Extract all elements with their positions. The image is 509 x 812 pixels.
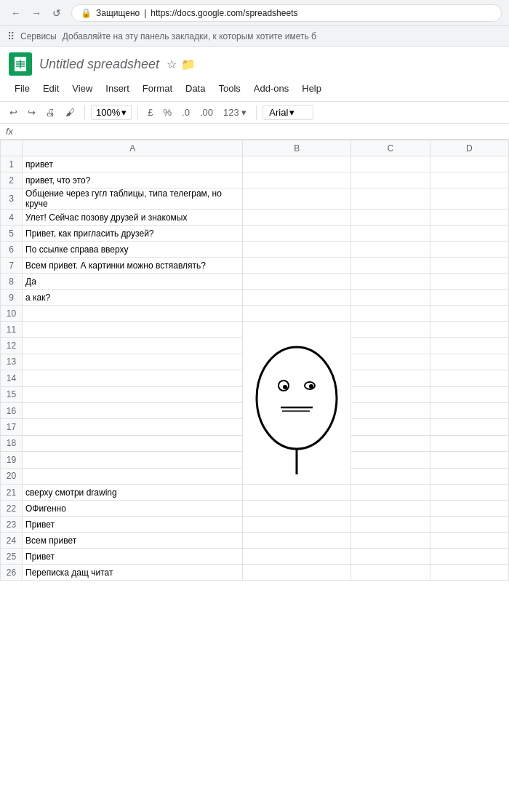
menu-edit[interactable]: Edit <box>37 80 65 97</box>
cell-a-20[interactable] <box>23 468 243 484</box>
cell-a-18[interactable] <box>23 435 243 451</box>
cell-b-26[interactable] <box>243 565 351 581</box>
cell-a-10[interactable] <box>23 306 243 322</box>
cell-c-22[interactable] <box>351 501 430 517</box>
undo-button[interactable]: ↩ <box>6 105 21 120</box>
cell-d-10[interactable] <box>430 306 508 322</box>
cell-d-11[interactable] <box>430 322 508 338</box>
cell-a-14[interactable] <box>23 370 243 386</box>
address-bar[interactable]: 🔒 Защищено | https://docs.google.com/spr… <box>71 4 502 22</box>
cell-a-7[interactable]: Всем привет. А картинки можно встяавлять… <box>23 258 243 274</box>
cell-d-1[interactable] <box>430 156 508 172</box>
cell-a-16[interactable] <box>23 402 243 418</box>
cell-d-20[interactable] <box>430 468 508 484</box>
cell-d-17[interactable] <box>430 419 508 435</box>
cell-c-3[interactable] <box>351 188 430 210</box>
cell-c-10[interactable] <box>351 306 430 322</box>
folder-icon[interactable]: 📁 <box>181 57 196 71</box>
col-header-a[interactable]: A <box>23 140 243 156</box>
cell-a-5[interactable]: Привет, как пригласить друзей? <box>23 226 243 242</box>
back-button[interactable]: ← <box>7 4 25 22</box>
menu-data[interactable]: Data <box>180 80 211 97</box>
cell-a-12[interactable] <box>23 338 243 354</box>
cell-c-17[interactable] <box>351 419 430 435</box>
cell-a-2[interactable]: привет, что это? <box>23 172 243 188</box>
format-num-button[interactable]: 123 ▾ <box>220 105 250 120</box>
cell-c-13[interactable] <box>351 354 430 370</box>
cell-c-4[interactable] <box>351 210 430 226</box>
refresh-button[interactable]: ↺ <box>48 4 65 22</box>
decimal1-button[interactable]: .00 <box>196 105 217 120</box>
cell-a-8[interactable]: Да <box>23 274 243 290</box>
cell-c-18[interactable] <box>351 435 430 451</box>
cell-c-20[interactable] <box>351 468 430 484</box>
cell-a-23[interactable]: Привет <box>23 517 243 533</box>
cell-a-4[interactable]: Улет! Сейчас позову друзей и знакомых <box>23 210 243 226</box>
cell-c-24[interactable] <box>351 533 430 549</box>
cell-d-26[interactable] <box>430 565 508 581</box>
cell-a-26[interactable]: Переписка дащ читат <box>23 565 243 581</box>
menu-addons[interactable]: Add-ons <box>248 80 294 97</box>
cell-a-13[interactable] <box>23 354 243 370</box>
cell-c-11[interactable] <box>351 322 430 338</box>
cell-a-1[interactable]: привет <box>23 156 243 172</box>
cell-d-23[interactable] <box>430 517 508 533</box>
menu-help[interactable]: Help <box>296 80 327 97</box>
cell-b-10[interactable] <box>243 306 351 322</box>
cell-a-22[interactable]: ОФигенно <box>23 501 243 517</box>
cell-b-8[interactable] <box>243 274 351 290</box>
forward-button[interactable]: → <box>28 4 45 22</box>
cell-a-24[interactable]: Всем привет <box>23 533 243 549</box>
menu-format[interactable]: Format <box>137 80 178 97</box>
cell-b-21[interactable] <box>243 485 351 501</box>
cell-d-8[interactable] <box>430 274 508 290</box>
cell-c-26[interactable] <box>351 565 430 581</box>
cell-c-23[interactable] <box>351 517 430 533</box>
zoom-control[interactable]: 100% ▾ <box>91 105 132 120</box>
menu-tools[interactable]: Tools <box>212 80 246 97</box>
spreadsheet-title[interactable]: Untitled spreadsheet <box>39 57 159 72</box>
paint-button[interactable]: 🖌 <box>62 105 79 120</box>
cell-c-14[interactable] <box>351 370 430 386</box>
cell-c-15[interactable] <box>351 386 430 402</box>
cell-c-2[interactable] <box>351 172 430 188</box>
cell-d-22[interactable] <box>430 501 508 517</box>
col-header-d[interactable]: D <box>430 140 508 156</box>
cell-a-17[interactable] <box>23 419 243 435</box>
cell-c-5[interactable] <box>351 226 430 242</box>
menu-file[interactable]: File <box>9 80 36 97</box>
cell-b-6[interactable] <box>243 242 351 258</box>
cell-b-7[interactable] <box>243 258 351 274</box>
col-header-c[interactable]: C <box>351 140 430 156</box>
cell-b-25[interactable] <box>243 549 351 565</box>
cell-d-24[interactable] <box>430 533 508 549</box>
cell-d-5[interactable] <box>430 226 508 242</box>
services-label[interactable]: Сервисы <box>20 31 57 41</box>
cell-b-4[interactable] <box>243 210 351 226</box>
cell-d-3[interactable] <box>430 188 508 210</box>
cell-d-7[interactable] <box>430 258 508 274</box>
cell-a-25[interactable]: Привет <box>23 549 243 565</box>
cell-a-15[interactable] <box>23 386 243 402</box>
cell-d-4[interactable] <box>430 210 508 226</box>
cell-b-2[interactable] <box>243 172 351 188</box>
menu-insert[interactable]: Insert <box>100 80 135 97</box>
font-control[interactable]: Arial ▾ <box>262 105 313 120</box>
cell-c-25[interactable] <box>351 549 430 565</box>
cell-b-22[interactable] <box>243 501 351 517</box>
cell-c-19[interactable] <box>351 452 430 468</box>
cell-c-8[interactable] <box>351 274 430 290</box>
cell-b-23[interactable] <box>243 517 351 533</box>
cell-c-16[interactable] <box>351 402 430 418</box>
cell-d-25[interactable] <box>430 549 508 565</box>
cell-c-12[interactable] <box>351 338 430 354</box>
cell-c-7[interactable] <box>351 258 430 274</box>
col-header-b[interactable]: B <box>243 140 351 156</box>
cell-d-16[interactable] <box>430 402 508 418</box>
cell-d-9[interactable] <box>430 290 508 306</box>
cell-d-6[interactable] <box>430 242 508 258</box>
cell-a-11[interactable] <box>23 322 243 338</box>
cell-c-1[interactable] <box>351 156 430 172</box>
percent-button[interactable]: % <box>159 105 175 120</box>
cell-b-5[interactable] <box>243 226 351 242</box>
